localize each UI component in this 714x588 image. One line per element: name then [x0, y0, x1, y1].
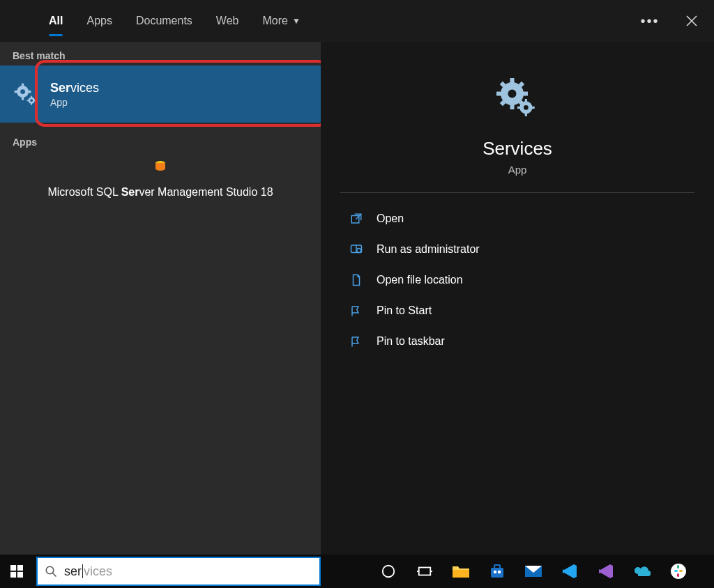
tab-web[interactable]: Web — [216, 0, 239, 42]
folder-icon — [349, 272, 364, 288]
close-button[interactable] — [683, 13, 700, 29]
tab-more-label: More — [262, 15, 287, 27]
section-best-match: Best match — [0, 42, 321, 65]
svg-rect-52 — [10, 565, 16, 571]
svg-rect-71 — [677, 565, 679, 568]
svg-point-46 — [524, 105, 529, 110]
windows-icon — [10, 565, 23, 578]
taskbar-mail[interactable] — [517, 555, 549, 588]
svg-rect-35 — [522, 92, 528, 96]
slack-icon — [670, 563, 687, 580]
action-label: Open — [377, 212, 404, 225]
preview-title: Services — [483, 138, 552, 160]
taskbar-visual-studio[interactable] — [590, 555, 622, 588]
svg-rect-4 — [27, 91, 31, 93]
svg-rect-66 — [498, 571, 501, 573]
close-icon — [686, 15, 697, 26]
search-text: services — [64, 564, 312, 579]
svg-rect-34 — [496, 92, 503, 96]
tab-more[interactable]: More ▼ — [262, 0, 300, 42]
taskbar-microsoft-store[interactable] — [481, 555, 513, 588]
tab-all[interactable]: All — [49, 0, 63, 42]
visual-studio-icon — [598, 563, 614, 580]
svg-rect-43 — [525, 113, 527, 116]
task-view-icon — [417, 564, 432, 579]
open-icon — [349, 211, 364, 226]
section-apps: Apps — [0, 128, 321, 152]
svg-rect-62 — [453, 570, 469, 578]
svg-rect-53 — [17, 565, 23, 571]
cloud-gear-icon — [634, 563, 651, 580]
taskbar-cortana[interactable] — [372, 555, 404, 588]
action-pin-to-taskbar[interactable]: Pin to taskbar — [340, 328, 694, 355]
svg-point-56 — [46, 566, 54, 574]
action-run-as-admin[interactable]: Run as administrator — [340, 236, 694, 263]
vscode-icon — [561, 563, 578, 580]
taskbar-slack[interactable] — [662, 555, 694, 588]
svg-rect-70 — [679, 570, 683, 572]
action-open[interactable]: Open — [340, 206, 694, 232]
svg-rect-1 — [22, 84, 24, 87]
svg-rect-69 — [674, 570, 678, 572]
app-result-label: Microsoft SQL Server Management Studio 1… — [47, 185, 273, 555]
taskbar-search-input[interactable]: services — [36, 557, 321, 586]
svg-point-49 — [357, 249, 361, 253]
svg-rect-33 — [510, 103, 515, 109]
svg-rect-54 — [10, 572, 16, 578]
results-panel: Best match — [0, 42, 321, 555]
gears-icon — [495, 77, 540, 121]
best-match-result[interactable]: Services App — [0, 65, 321, 123]
action-open-file-location[interactable]: Open file location — [340, 267, 694, 293]
shield-icon — [349, 242, 364, 257]
store-icon — [489, 563, 506, 580]
action-label: Open file location — [377, 274, 463, 286]
tab-documents[interactable]: Documents — [136, 0, 192, 42]
svg-rect-63 — [491, 568, 503, 578]
svg-rect-42 — [525, 99, 527, 102]
svg-rect-32 — [510, 78, 515, 84]
more-options-button[interactable]: ••• — [641, 13, 658, 29]
chevron-down-icon: ▼ — [292, 16, 301, 26]
svg-point-11 — [30, 99, 33, 102]
svg-rect-72 — [677, 573, 679, 577]
tab-apps[interactable]: Apps — [86, 0, 112, 42]
search-icon — [45, 565, 57, 578]
gears-icon — [13, 82, 38, 107]
action-label: Pin to taskbar — [377, 335, 445, 348]
pin-icon — [349, 334, 364, 349]
pin-icon — [349, 303, 364, 318]
taskbar-task-view[interactable] — [409, 555, 441, 588]
app-result-ssms[interactable]: Microsoft SQL Server Management Studio 1… — [0, 152, 321, 555]
svg-rect-64 — [494, 565, 500, 568]
svg-rect-65 — [494, 571, 496, 573]
svg-rect-2 — [22, 96, 24, 100]
action-pin-to-start[interactable]: Pin to Start — [340, 297, 694, 324]
taskbar-app-generic[interactable] — [626, 555, 658, 588]
taskbar: services — [0, 555, 714, 588]
svg-rect-44 — [517, 107, 521, 109]
folder-icon — [452, 564, 470, 579]
svg-point-40 — [508, 90, 517, 98]
taskbar-file-explorer[interactable] — [445, 555, 477, 588]
preview-subtitle: App — [508, 164, 527, 176]
svg-rect-10 — [34, 100, 36, 101]
taskbar-vscode[interactable] — [554, 555, 586, 588]
start-button[interactable] — [0, 555, 33, 588]
svg-rect-59 — [419, 568, 431, 575]
svg-rect-3 — [15, 91, 18, 93]
svg-rect-8 — [31, 103, 32, 105]
svg-rect-7 — [31, 96, 32, 98]
ssms-icon — [153, 159, 168, 174]
svg-rect-55 — [17, 572, 23, 578]
preview-panel: Services App Open Run as administrator — [321, 42, 714, 555]
action-label: Pin to Start — [377, 304, 432, 317]
circle-icon — [381, 564, 396, 579]
search-filter-tabs: All Apps Documents Web More ▼ ••• — [0, 0, 714, 42]
best-match-subtitle: App — [50, 97, 99, 108]
best-match-title: Services — [50, 81, 99, 95]
svg-point-58 — [383, 566, 395, 578]
svg-rect-9 — [27, 100, 29, 101]
mail-icon — [524, 564, 542, 579]
svg-line-57 — [52, 573, 56, 576]
action-label: Run as administrator — [377, 243, 480, 256]
